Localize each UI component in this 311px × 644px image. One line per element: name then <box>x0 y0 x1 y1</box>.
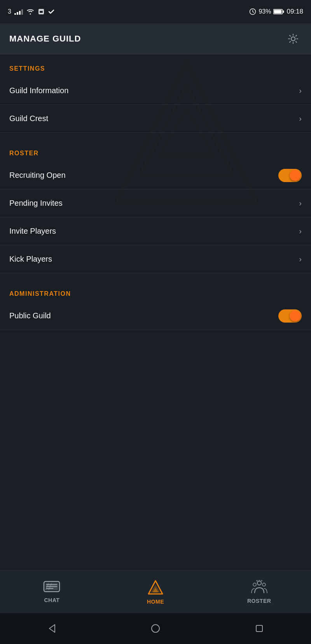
svg-rect-28 <box>256 625 262 632</box>
guild-information-item[interactable]: Guild Information › <box>0 77 311 105</box>
svg-point-25 <box>261 580 262 582</box>
android-nav-bar <box>0 613 311 644</box>
pending-invites-label: Pending Invites <box>9 199 63 208</box>
recents-button[interactable] <box>248 617 271 640</box>
invite-players-label: Invite Players <box>9 227 56 236</box>
public-guild-toggle-track <box>278 309 302 323</box>
guild-crest-label: Guild Crest <box>9 114 48 123</box>
home-button[interactable] <box>144 617 167 640</box>
clock-icon <box>249 8 256 15</box>
time-text: 09:18 <box>287 8 303 16</box>
settings-section-header: SETTINGS <box>0 54 311 77</box>
wifi-icon <box>26 9 35 15</box>
svg-rect-1 <box>40 11 43 13</box>
status-right: 93% 09:18 <box>249 8 303 16</box>
svg-point-24 <box>259 580 260 581</box>
public-guild-toggle-thumb <box>290 311 301 321</box>
invite-players-item[interactable]: Invite Players › <box>0 217 311 245</box>
gear-icon <box>287 33 299 45</box>
signal-bars-icon <box>14 9 23 15</box>
invite-players-chevron-icon: › <box>299 227 302 236</box>
bottom-nav: CHAT HOME ROSTER <box>0 570 311 613</box>
recruiting-open-label: Recruiting Open <box>9 171 66 180</box>
nav-home-label: HOME <box>147 599 164 605</box>
recruiting-open-toggle[interactable] <box>278 169 302 182</box>
gear-button[interactable] <box>285 30 302 47</box>
nav-item-home[interactable]: HOME <box>104 571 208 613</box>
kick-players-chevron-icon: › <box>299 255 302 264</box>
public-guild-label: Public Guild <box>9 311 51 320</box>
status-left: 3 <box>8 8 55 15</box>
section-divider-2 <box>0 273 311 279</box>
svg-rect-4 <box>283 10 284 13</box>
pending-invites-chevron-icon: › <box>299 199 302 208</box>
check-icon <box>48 8 55 15</box>
carrier-text: 3 <box>8 8 11 15</box>
svg-point-20 <box>257 581 261 585</box>
svg-point-23 <box>256 580 258 582</box>
public-guild-item[interactable]: Public Guild <box>0 302 311 330</box>
administration-section-header: ADMINISTRATION <box>0 279 311 302</box>
guild-crest-item[interactable]: Guild Crest › <box>0 105 311 133</box>
status-bar: 3 93% <box>0 0 311 23</box>
kick-players-label: Kick Players <box>9 255 52 264</box>
roster-icon <box>251 580 268 595</box>
svg-point-6 <box>291 37 295 41</box>
guild-information-chevron-icon: › <box>299 86 302 95</box>
recruiting-open-item[interactable]: Recruiting Open <box>0 161 311 189</box>
public-guild-toggle[interactable] <box>278 309 302 323</box>
header: MANAGE GUILD <box>0 23 311 54</box>
back-button[interactable] <box>40 617 63 640</box>
nav-item-chat[interactable]: CHAT <box>0 571 104 613</box>
svg-marker-26 <box>49 625 55 632</box>
svg-point-22 <box>262 583 266 586</box>
toggle-track <box>278 169 302 182</box>
page-title: MANAGE GUILD <box>9 34 81 44</box>
nav-item-roster[interactable]: ROSTER <box>207 571 311 613</box>
roster-section-header: ROSTER <box>0 139 311 161</box>
pending-invites-item[interactable]: Pending Invites › <box>0 189 311 217</box>
svg-point-27 <box>152 625 159 632</box>
sim-icon <box>38 8 45 15</box>
guild-information-label: Guild Information <box>9 86 68 95</box>
kick-players-item[interactable]: Kick Players › <box>0 245 311 273</box>
nav-roster-label: ROSTER <box>247 598 271 604</box>
home-icon <box>147 579 164 596</box>
section-divider-1 <box>0 133 311 139</box>
battery-percent: 93% <box>259 8 271 15</box>
nav-chat-label: CHAT <box>44 597 59 603</box>
toggle-thumb <box>290 170 301 181</box>
content-area: SETTINGS Guild Information › Guild Crest… <box>0 54 311 330</box>
battery-icon <box>273 9 284 14</box>
chat-icon <box>43 581 60 595</box>
guild-crest-chevron-icon: › <box>299 114 302 123</box>
svg-point-21 <box>253 583 256 586</box>
svg-rect-5 <box>274 10 282 14</box>
